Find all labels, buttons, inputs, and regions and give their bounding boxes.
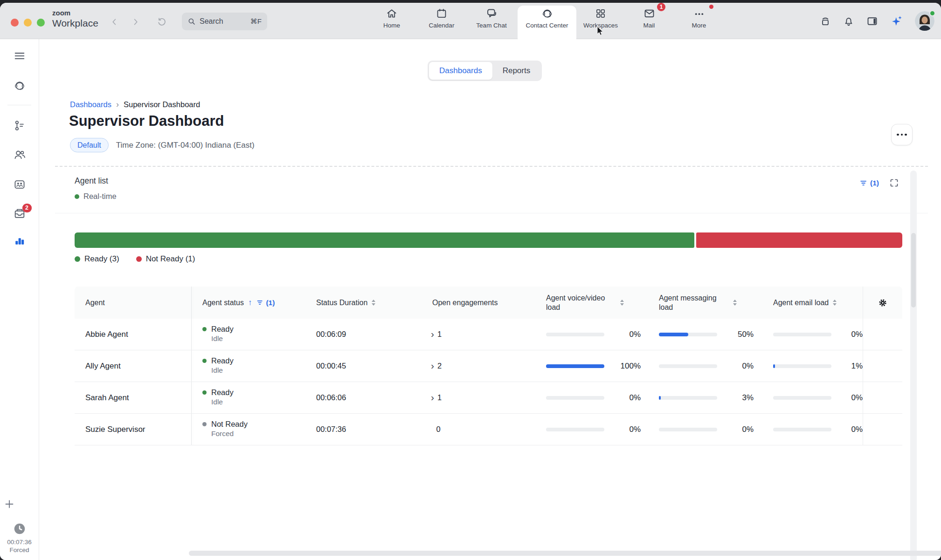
load-progress-track [546,364,604,368]
more-icon [673,7,725,20]
frozen-column-divider [191,414,192,445]
column-header-agent[interactable]: Agent [75,287,191,319]
cell-agent-name: Ally Agent [75,350,191,382]
status-duration-text: 00:07:36 [0,539,39,546]
column-header-messaging-load[interactable]: Agent messaging load [655,287,769,319]
settings-column-divider [863,414,863,445]
cell-agent-status: Not ReadyForced [191,414,313,445]
contact-center-icon [521,7,573,20]
expand-row-chevron-icon[interactable]: › [431,392,434,402]
status-text: Not ReadyForced [211,419,248,438]
status-timer[interactable]: 00:07:36 Forced [0,522,39,553]
column-header-email-load[interactable]: Agent email load [769,287,863,319]
column-header-voice-load[interactable]: Agent voice/video load [542,287,655,319]
cell-agent-name: Abbie Agent [75,319,191,350]
sort-toggle-icon [833,300,837,306]
history-button[interactable] [155,15,169,29]
widget-filter-button[interactable]: (1) [859,178,879,188]
table-row[interactable]: Suzie SupervisorNot ReadyForced00:07:36 … [75,414,902,445]
rail-flows-button[interactable] [9,115,30,136]
headset-icon [13,79,26,92]
connect-device-button[interactable] [819,15,831,27]
load-progress-track [659,396,717,400]
dot [897,134,899,136]
nav-contact-center[interactable]: Contact Center [521,7,573,29]
column-header-agent-status[interactable]: Agent status ↑ (1) [191,287,313,319]
cell-agent-status: ReadyIdle [191,350,313,382]
search-input[interactable]: Search ⌘F [182,13,267,30]
nav-workspaces[interactable]: Workspaces [575,7,626,29]
add-status-button[interactable] [0,494,20,514]
dashboard-more-options-button[interactable] [891,124,913,145]
status-detail: Idle [211,334,234,343]
load-percent-label: 100% [609,362,641,371]
breadcrumb-dashboards-link[interactable]: Dashboards [70,100,111,109]
side-panel-toggle-button[interactable] [866,15,879,27]
tab-reports[interactable]: Reports [492,62,541,80]
status-dot-icon [202,390,207,395]
close-window-button[interactable] [11,19,19,27]
widget-title: Agent list [75,176,108,185]
rail-contact-center-button[interactable] [9,75,30,96]
app-window: zoom Workplace Search ⌘F [0,0,941,560]
ai-companion-button[interactable] [890,14,904,28]
column-header-open-engagements[interactable]: Open engagements [427,287,542,319]
breadcrumb-current: Supervisor Dashboard [124,100,200,109]
user-avatar[interactable] [915,11,934,31]
rail-engagements-button[interactable] [9,174,30,195]
engagement-count: 1 [437,393,442,402]
vertical-scrollbar[interactable] [910,171,917,560]
status-dot-icon [202,359,207,363]
logo-workplace-text: Workplace [52,18,98,28]
status-column-filter-button[interactable]: (1) [256,299,275,307]
minimize-window-button[interactable] [24,19,32,27]
forward-button[interactable] [129,15,143,29]
chevron-left-icon [109,17,119,27]
titlebar: zoom Workplace Search ⌘F [0,3,941,39]
status-text: ReadyIdle [211,356,234,375]
nav-home[interactable]: Home [366,7,417,29]
table-row[interactable]: Abbie AgentReadyIdle00:06:09›10%50%0% [75,319,902,350]
cell-agent-status: ReadyIdle [191,382,313,413]
team-chat-icon [466,7,517,20]
load-percent-label: 1% [836,362,863,371]
load-percent-label: 0% [609,393,641,403]
search-shortcut: ⌘F [250,17,262,26]
cell-agent-name: Suzie Supervisor [75,414,191,445]
horizontal-scrollbar[interactable] [189,551,941,556]
table-row[interactable]: Sarah AgentReadyIdle00:06:06›10%3%0% [75,382,902,414]
tab-dashboards[interactable]: Dashboards [429,62,492,80]
cell-voice-video-load: 0% [542,414,655,445]
load-progress-fill [773,364,775,368]
table-row[interactable]: Ally AgentReadyIdle00:00:45›2100%0%1% [75,350,902,382]
rail-inbox-button[interactable]: 2 [9,203,30,224]
clock-icon [13,522,27,536]
load-progress-track [773,333,831,336]
menu-button[interactable] [9,46,30,66]
back-button[interactable] [107,15,121,29]
expand-row-chevron-icon[interactable]: › [431,329,434,339]
widget-header-divider [55,213,928,213]
widget-expand-button[interactable] [889,178,899,188]
nav-mail[interactable]: 1 Mail [623,7,675,29]
cell-agent-status: ReadyIdle [191,319,313,350]
maximize-window-button[interactable] [37,19,45,27]
nav-team-chat[interactable]: Team Chat [466,7,517,29]
load-percent-label: 50% [722,330,754,339]
nav-calendar[interactable]: Calendar [416,7,467,29]
notifications-button[interactable] [843,15,855,27]
mail-icon: 1 [623,7,675,20]
vertical-scrollbar-thumb[interactable] [911,233,916,307]
status-forced-text: Forced [0,546,39,553]
sort-toggle-icon [733,300,737,306]
settings-column-divider [863,350,863,382]
cell-voice-video-load: 100% [542,350,655,382]
table-settings-button[interactable] [863,287,902,319]
nav-more[interactable]: More [673,7,725,29]
column-header-status-duration[interactable]: Status Duration [313,287,427,319]
load-percent-label: 0% [609,425,641,434]
rail-agents-button[interactable] [9,144,30,165]
expand-row-chevron-icon[interactable]: › [431,361,434,370]
load-progress-track [773,364,831,368]
rail-analytics-button[interactable] [9,230,30,251]
